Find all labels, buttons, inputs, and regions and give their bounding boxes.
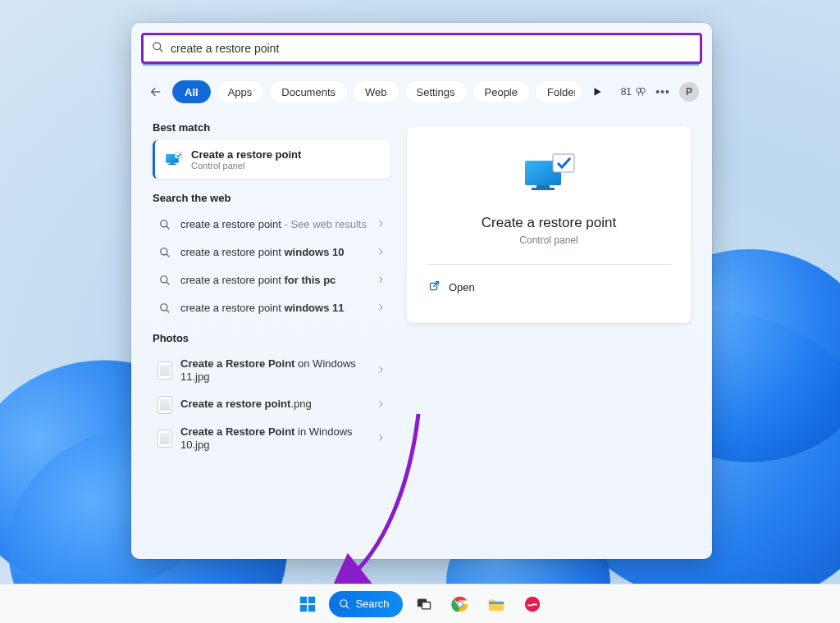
svg-rect-8 xyxy=(170,162,175,163)
results-column: Best match Create a restore point Contro… xyxy=(131,115,402,559)
best-match-title: Create a restore point xyxy=(191,148,301,161)
section-photos: Photos xyxy=(153,332,390,344)
best-match-result[interactable]: Create a restore point Control panel xyxy=(153,140,390,179)
svg-rect-9 xyxy=(168,163,176,164)
svg-line-12 xyxy=(167,226,169,229)
search-underline xyxy=(143,64,699,66)
svg-point-13 xyxy=(161,248,167,255)
chevron-right-icon xyxy=(376,363,386,378)
open-action[interactable]: Open xyxy=(427,275,671,300)
file-explorer-icon[interactable] xyxy=(482,589,511,619)
svg-point-34 xyxy=(458,602,463,607)
rewards-indicator[interactable]: 81 xyxy=(621,86,646,98)
photo-result-text: Create a Restore Point on Windows 11.jpg xyxy=(180,357,368,384)
web-result-text: create a restore point windows 10 xyxy=(180,246,368,259)
web-result-text: create a restore point windows 11 xyxy=(180,302,368,315)
search-icon xyxy=(158,273,172,288)
svg-marker-3 xyxy=(594,88,600,95)
svg-rect-24 xyxy=(300,596,307,603)
pinned-app-icon[interactable] xyxy=(518,589,547,619)
web-result[interactable]: create a restore point for this pc xyxy=(153,266,390,294)
divider xyxy=(427,264,671,265)
svg-line-29 xyxy=(346,606,349,608)
svg-point-0 xyxy=(153,42,161,49)
monitor-icon xyxy=(165,152,183,168)
filter-label: People xyxy=(485,86,518,98)
web-result[interactable]: create a restore point windows 11 xyxy=(153,294,390,322)
filter-all[interactable]: All xyxy=(172,80,211,103)
filter-web[interactable]: Web xyxy=(353,80,399,103)
chevron-right-icon xyxy=(376,245,386,260)
more-filters-button[interactable] xyxy=(587,82,607,102)
photo-result[interactable]: Create a Restore Point on Windows 11.jpg xyxy=(153,351,390,391)
filter-folders[interactable]: Folders xyxy=(535,80,582,103)
chevron-right-icon xyxy=(376,431,386,446)
taskbar-search-button[interactable]: Search xyxy=(329,591,402,617)
avatar-initial: P xyxy=(686,86,692,98)
svg-rect-35 xyxy=(489,602,504,604)
detail-subtitle: Control panel xyxy=(519,234,578,246)
search-icon xyxy=(158,301,172,316)
photo-result[interactable]: Create a Restore Point in Windows 10.jpg xyxy=(153,419,390,459)
best-match-subtitle: Control panel xyxy=(191,161,301,171)
search-icon xyxy=(339,598,350,610)
search-input-highlighted[interactable] xyxy=(141,33,702,64)
svg-rect-20 xyxy=(536,185,550,188)
svg-rect-25 xyxy=(308,596,315,603)
web-result[interactable]: create a restore point - See web results xyxy=(153,211,390,239)
photo-result[interactable]: Create a restore point.png xyxy=(153,391,390,419)
detail-title: Create a restore point xyxy=(482,215,616,231)
filter-settings[interactable]: Settings xyxy=(404,80,468,103)
more-options-button[interactable]: ••• xyxy=(651,80,674,103)
filter-label: Web xyxy=(365,86,387,98)
svg-point-28 xyxy=(340,599,347,606)
file-thumb-icon xyxy=(158,398,172,412)
svg-line-18 xyxy=(167,310,169,312)
filter-label: Settings xyxy=(417,86,455,98)
back-button[interactable] xyxy=(144,80,167,103)
filter-documents[interactable]: Documents xyxy=(269,80,348,103)
web-result-text: create a restore point - See web results xyxy=(180,218,368,231)
svg-rect-31 xyxy=(422,602,430,608)
svg-line-14 xyxy=(167,254,169,257)
svg-rect-21 xyxy=(532,188,555,190)
filter-bar: All Apps Documents Web Settings People F… xyxy=(144,75,699,108)
filter-label: Documents xyxy=(281,86,336,98)
file-thumb-icon xyxy=(158,363,172,378)
medal-icon xyxy=(635,86,646,98)
task-view-button[interactable] xyxy=(409,589,439,619)
svg-line-1 xyxy=(160,48,162,51)
chevron-right-icon xyxy=(376,398,386,412)
filter-apps[interactable]: Apps xyxy=(216,80,265,103)
web-result[interactable]: create a restore point windows 10 xyxy=(153,239,390,266)
chrome-app-icon[interactable] xyxy=(445,589,475,619)
search-input[interactable] xyxy=(171,42,692,55)
filter-label: Folders xyxy=(547,86,575,98)
svg-rect-27 xyxy=(308,604,315,611)
svg-rect-26 xyxy=(300,604,307,611)
photo-result-text: Create a restore point.png xyxy=(180,398,368,411)
chevron-right-icon xyxy=(376,301,386,316)
search-icon xyxy=(158,245,172,260)
detail-column: Create a restore point Control panel Ope… xyxy=(402,115,712,559)
svg-point-15 xyxy=(161,276,167,283)
search-icon xyxy=(158,217,172,232)
svg-point-11 xyxy=(161,221,167,227)
svg-rect-10 xyxy=(175,152,181,158)
web-result-text: create a restore point for this pc xyxy=(180,274,368,287)
svg-rect-22 xyxy=(553,154,574,172)
svg-point-17 xyxy=(161,304,167,311)
open-external-icon xyxy=(428,280,441,295)
detail-card: Create a restore point Control panel Ope… xyxy=(407,126,691,323)
start-button[interactable] xyxy=(293,589,322,619)
action-label: Open xyxy=(449,281,475,293)
filter-people[interactable]: People xyxy=(472,80,530,103)
profile-avatar[interactable]: P xyxy=(679,82,699,102)
section-search-web: Search the web xyxy=(153,192,390,204)
section-best-match: Best match xyxy=(153,121,390,134)
chevron-right-icon xyxy=(376,217,386,232)
chevron-right-icon xyxy=(376,273,386,288)
rewards-points: 81 xyxy=(621,86,632,98)
svg-line-16 xyxy=(167,282,169,284)
monitor-check-icon xyxy=(520,152,578,202)
